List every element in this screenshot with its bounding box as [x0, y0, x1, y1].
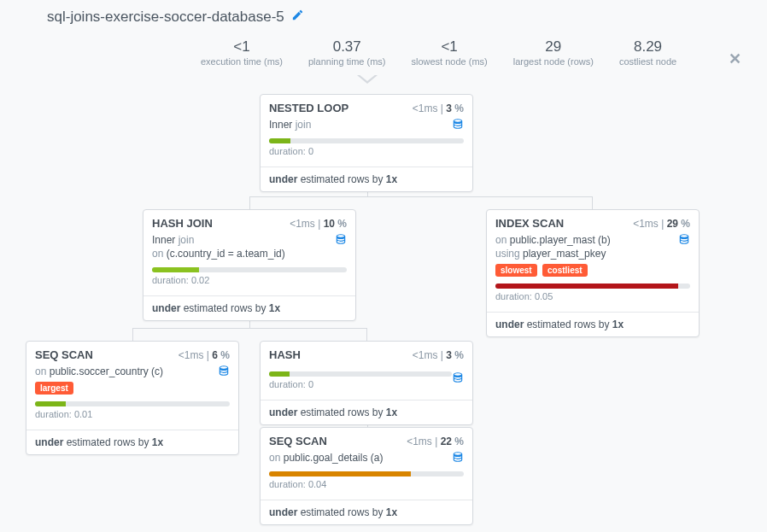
close-icon[interactable]: ✕ [729, 50, 741, 68]
node-detail: on public.player_mast (b) [495, 233, 690, 247]
node-time: <1ms [179, 349, 204, 361]
plan-node-hash[interactable]: HASH <1ms | 3 % duration: 0 under estima… [260, 341, 473, 425]
plan-node-seq-country[interactable]: SEQ SCAN <1ms | 6 % on public.soccer_cou… [26, 341, 239, 455]
stat-value: 0.37 [308, 38, 385, 56]
stat-costliest: 8.29 costliest node [606, 38, 689, 67]
node-pct: 10 % [324, 218, 347, 230]
stat-label: planning time (ms) [308, 56, 385, 67]
node-tags: slowest costliest [495, 264, 690, 277]
plan-node-nested-loop[interactable]: NESTED LOOP <1ms | 3 % Inner join durati… [260, 94, 473, 192]
node-time: <1ms [413, 349, 438, 361]
stat-label: slowest node (ms) [411, 56, 487, 67]
stat-value: 29 [513, 38, 594, 56]
stat-value: 8.29 [619, 38, 676, 56]
node-tags: largest [35, 382, 230, 395]
node-duration: duration: 0 [269, 379, 464, 389]
node-pct: 29 % [667, 218, 690, 230]
node-estimate: under estimated rows by 1x [261, 167, 472, 191]
node-bar [152, 267, 347, 272]
node-estimate: under estimated rows by 1x [487, 312, 699, 336]
node-bar [35, 401, 230, 406]
node-using: using player_mast_pkey [495, 247, 690, 260]
node-duration: duration: 0.05 [495, 291, 690, 301]
connector [249, 196, 593, 209]
node-time: <1ms [290, 218, 315, 230]
plan-node-seq-goal[interactable]: SEQ SCAN <1ms | 22 % on public.goal_deta… [260, 427, 473, 525]
stat-value: <1 [411, 38, 487, 56]
node-duration: duration: 0.01 [35, 409, 230, 419]
stat-largest: 29 largest node (rows) [501, 38, 606, 67]
node-title: NESTED LOOP [269, 102, 413, 114]
node-bar [269, 471, 464, 476]
node-bar [269, 138, 464, 143]
db-icon[interactable] [452, 371, 464, 387]
node-duration: duration: 0.02 [152, 275, 347, 285]
page-title-row: sql-joins-exercise-soccer-database-5 [47, 9, 304, 26]
node-estimate: under estimated rows by 1x [261, 400, 472, 424]
db-icon[interactable] [678, 233, 690, 248]
node-pct: 6 % [212, 349, 230, 361]
tag-costliest: costliest [542, 264, 588, 277]
connector [132, 328, 367, 341]
plan-node-index-scan[interactable]: INDEX SCAN <1ms | 29 % on public.player_… [486, 209, 700, 337]
node-estimate: under estimated rows by 1x [261, 500, 472, 524]
plan-node-hash-join[interactable]: HASH JOIN <1ms | 10 % Inner join on (c.c… [143, 209, 356, 321]
stat-label: execution time (ms) [201, 56, 283, 67]
db-icon[interactable] [218, 365, 230, 380]
edit-title-icon[interactable] [291, 9, 304, 26]
node-bar [269, 371, 452, 377]
node-detail: on public.soccer_country (c) [35, 365, 230, 378]
tag-slowest: slowest [495, 264, 537, 277]
node-title: HASH [269, 348, 413, 361]
node-pct: 22 % [441, 436, 464, 447]
pointer-chevron-icon [357, 75, 378, 84]
stat-label: costliest node [619, 56, 676, 67]
node-estimate: under estimated rows by 1x [143, 295, 355, 320]
node-detail: on public.goal_details (a) [269, 451, 464, 465]
page-title: sql-joins-exercise-soccer-database-5 [47, 9, 284, 26]
db-icon[interactable] [452, 451, 464, 466]
node-pct: 3 % [446, 102, 464, 114]
node-title: HASH JOIN [152, 217, 290, 230]
stats-row: <1 execution time (ms) 0.37 planning tim… [188, 38, 689, 67]
db-icon[interactable] [452, 118, 464, 133]
node-title: SEQ SCAN [269, 435, 407, 447]
node-condition: on (c.country_id = a.team_id) [152, 247, 347, 260]
tag-largest: largest [35, 382, 73, 395]
node-estimate: under estimated rows by 1x [26, 430, 238, 454]
node-duration: duration: 0 [269, 146, 464, 156]
node-title: SEQ SCAN [35, 348, 179, 361]
node-detail: Inner join [269, 118, 464, 132]
node-pct: 3 % [446, 349, 464, 361]
stat-slowest: <1 slowest node (ms) [398, 38, 500, 67]
node-time: <1ms [413, 102, 438, 114]
stat-plan: 0.37 planning time (ms) [296, 38, 398, 67]
node-duration: duration: 0.04 [269, 479, 464, 489]
node-time: <1ms [633, 218, 659, 230]
stat-label: largest node (rows) [513, 56, 594, 67]
node-title: INDEX SCAN [495, 217, 633, 230]
stat-exec: <1 execution time (ms) [188, 38, 296, 67]
db-icon[interactable] [335, 233, 347, 248]
node-time: <1ms [407, 436, 432, 447]
stat-value: <1 [201, 38, 283, 56]
node-detail: Inner join [152, 233, 347, 247]
node-bar [495, 284, 690, 289]
